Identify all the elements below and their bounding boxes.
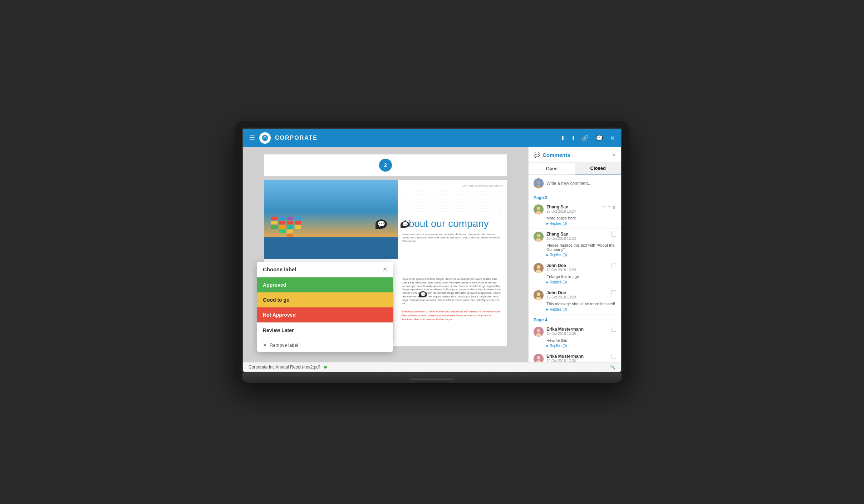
svg-point-15 — [537, 292, 540, 296]
laptop-screen: ☰ CORPORATE ⬇ ℹ 🔗 💬 ✕ — [242, 128, 622, 373]
replies-toggle[interactable]: Replies (0) — [534, 280, 616, 284]
avatar-johndoe-1 — [534, 263, 544, 273]
pdf-red-text-area: Lorem ipsum dolor sit amet, consectetur … — [402, 310, 503, 322]
page-number-badge: 2 — [379, 159, 392, 172]
comment-text: More space here — [534, 216, 616, 220]
comment-text: Rewrite this — [534, 338, 616, 342]
delete-icon[interactable]: 🗑 — [612, 205, 616, 209]
label-good-to-go[interactable]: Good to go — [257, 292, 393, 307]
container-stack-1 — [271, 217, 278, 237]
comments-tabs: Open Closed — [529, 163, 621, 175]
comment-checkbox[interactable] — [611, 327, 616, 332]
pdf-right-body-text: neque ut elit. Quisque nec libero semper… — [402, 277, 503, 305]
pdf-filename: Corporate Inc Annual Report-rev2.pdf — [249, 365, 320, 370]
comment-info: Erika Mustermann 12 Oct 2018 13:36 — [546, 354, 608, 362]
pdf-right-column: CORPORATE ANNUAL REPORT / 3 About our co… — [398, 180, 507, 247]
comment-item: Erika Mustermann 12 Oct 2018 13:36 This … — [529, 351, 621, 362]
download-icon[interactable]: ⬇ — [560, 135, 565, 142]
chat-icon[interactable]: 💬 — [596, 135, 603, 142]
comment-item: Zhang San 19 Oct 2018 13:23 Please repla… — [529, 229, 621, 260]
comment-text: Enlarge this image — [534, 275, 616, 279]
ship-water — [264, 237, 398, 259]
comment-checkbox[interactable] — [611, 354, 616, 359]
label-dropdown-close[interactable]: ✕ — [383, 266, 387, 273]
new-comment-input[interactable] — [546, 181, 616, 186]
label-approved[interactable]: Approved — [257, 277, 393, 292]
app-title: CORPORATE — [275, 135, 318, 141]
comment-checkbox[interactable] — [611, 290, 616, 295]
comment-item: John Doe 19 Oct 2018 13:20 Enlarge this … — [529, 260, 621, 287]
pdf-viewer[interactable]: 2 — [243, 147, 528, 362]
pdf-right-bottom: neque ut elit. Quisque nec libero semper… — [398, 273, 507, 346]
pdf-ship-image: 💬 — [264, 180, 398, 259]
comment-meta: John Doe 19 Oct 2018 13:20 — [534, 290, 616, 300]
comment-meta: John Doe 19 Oct 2018 13:20 — [534, 263, 616, 273]
label-review-later[interactable]: Review Later — [257, 322, 393, 338]
comment-bubble-about[interactable]: 💬 — [401, 221, 409, 228]
replies-toggle[interactable]: Replies (0) — [534, 222, 616, 226]
comment-bubble-ship[interactable]: 💬 — [375, 219, 387, 229]
comment-author: Zhang San — [546, 204, 600, 209]
app-container: ☰ CORPORATE ⬇ ℹ 🔗 💬 ✕ — [243, 129, 621, 372]
container-box — [279, 217, 285, 220]
pdf-footer: Corporate Inc Annual Report-rev2.pdf 🔍 — [243, 362, 621, 372]
container-box — [287, 221, 293, 224]
reply-icon[interactable]: ↩ — [603, 204, 606, 209]
report-label: CORPORATE ANNUAL REPORT / 3 — [402, 184, 503, 187]
comments-close-btn[interactable]: ✕ — [612, 152, 616, 158]
comments-header: 💬 Comments ✕ — [529, 147, 621, 163]
container-box — [295, 225, 301, 229]
edit-icon[interactable]: ✏ — [608, 204, 611, 209]
comments-title: 💬 Comments — [534, 152, 570, 158]
zoom-icon[interactable]: 🔍 — [610, 365, 615, 370]
container-box — [287, 229, 293, 233]
comments-panel: 💬 Comments ✕ Open Closed — [528, 147, 621, 362]
comment-author: John Doe — [546, 290, 608, 295]
comment-date: 19 Oct 2018 13:24 — [546, 209, 600, 213]
container-box — [287, 217, 293, 220]
pdf-page-layout: 💬 CORPORATE ANNUAL REPORT / 3 About our … — [264, 180, 507, 273]
replies-toggle[interactable]: Replies (0) — [534, 253, 616, 257]
page-4-label: Page 4 — [529, 315, 621, 324]
replies-toggle[interactable]: Replies (0) — [534, 344, 616, 348]
info-icon[interactable]: ℹ — [572, 135, 574, 142]
comment-checkbox[interactable] — [611, 263, 616, 268]
comment-meta: Erika Mustermann 12 Oct 2018 13:36 — [534, 354, 616, 362]
remove-x-icon: ✕ — [263, 342, 267, 348]
comment-checkbox[interactable] — [611, 232, 616, 237]
label-not-approved[interactable]: Not Approved — [257, 307, 393, 322]
replies-toggle[interactable]: Replies (0) — [534, 307, 616, 311]
comment-author: Erika Mustermann — [546, 354, 608, 359]
new-comment-row — [529, 175, 621, 192]
red-italic-text: Lorem ipsum dolor sit amet, consectetur … — [402, 310, 503, 322]
container-stack-4 — [295, 217, 301, 237]
container-box — [271, 221, 278, 224]
svg-point-12 — [537, 265, 540, 269]
container-box — [279, 225, 285, 229]
link-icon[interactable]: 🔗 — [581, 135, 589, 142]
label-remove[interactable]: ✕ Remove label — [257, 338, 393, 352]
logo-icon — [259, 132, 271, 144]
comment-date: 19 Oct 2018 13:23 — [546, 237, 608, 241]
comment-author: Zhang San — [546, 232, 608, 237]
comment-author: Erika Mustermann — [546, 327, 608, 332]
container-box — [295, 221, 301, 224]
label-dropdown: Choose label ✕ Approved Good to go Not A… — [257, 262, 393, 352]
container-stack-2 — [279, 217, 285, 237]
container-stack-3 — [287, 217, 293, 237]
comments-body[interactable]: Page 2 — [529, 192, 621, 362]
comment-meta: Zhang San 19 Oct 2018 13:24 ↩ ✏ 🗑 — [534, 204, 616, 214]
tab-closed[interactable]: Closed — [575, 163, 622, 174]
avatar-erika-2 — [534, 354, 544, 362]
pdf-page-top: 2 — [264, 154, 507, 176]
container-box — [271, 225, 278, 229]
avatar-zhang-1 — [534, 204, 544, 214]
about-company-title: About our company — [402, 218, 503, 230]
close-header-icon[interactable]: ✕ — [610, 135, 615, 142]
container-box — [295, 217, 301, 220]
comment-item: John Doe 19 Oct 2018 13:20 This message … — [529, 287, 621, 315]
tab-open[interactable]: Open — [529, 163, 575, 174]
comment-bubble-right[interactable]: 💬 — [419, 291, 427, 297]
hamburger-icon[interactable]: ☰ — [249, 134, 255, 142]
container-box — [279, 229, 285, 233]
